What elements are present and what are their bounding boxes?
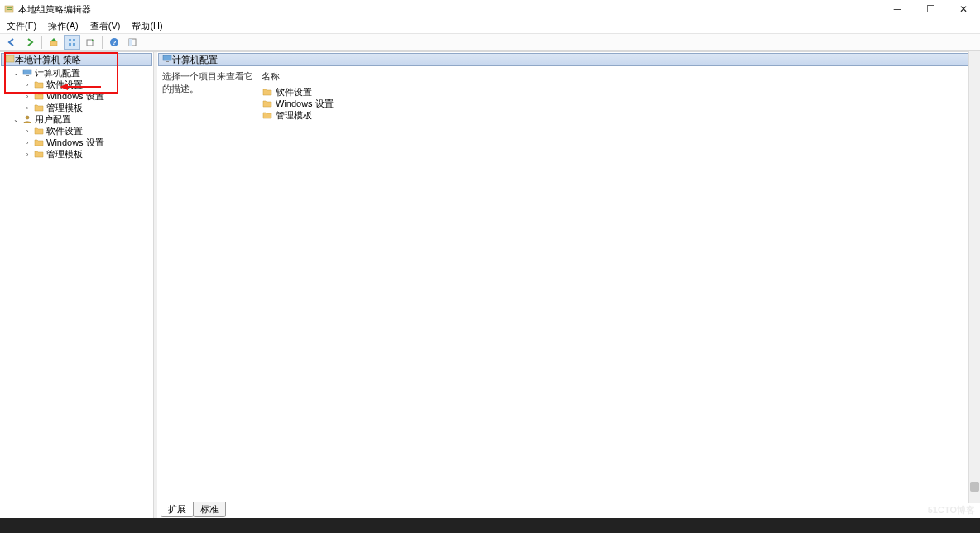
svg-rect-8 xyxy=(73,43,75,46)
expand-icon[interactable]: › xyxy=(23,151,31,158)
svg-rect-9 xyxy=(87,40,93,46)
expand-icon[interactable]: › xyxy=(23,139,31,146)
folder-icon xyxy=(262,87,273,97)
scrollbar-vertical[interactable] xyxy=(968,51,980,503)
list-item-windows[interactable]: Windows 设置 xyxy=(262,98,975,109)
toolbar-help-button[interactable]: ? xyxy=(106,35,122,50)
minimize-button[interactable]: ─ xyxy=(881,0,914,18)
menu-file[interactable]: 文件(F) xyxy=(3,19,40,33)
toolbar-properties-button[interactable] xyxy=(64,35,80,50)
watermark: 51CTO博客 xyxy=(928,504,975,516)
svg-rect-7 xyxy=(69,43,71,46)
toolbar-back-button[interactable] xyxy=(3,35,20,50)
svg-rect-3 xyxy=(50,41,57,46)
list-column-header[interactable]: 名称 xyxy=(262,70,975,83)
toolbar-export-button[interactable] xyxy=(82,35,98,50)
detail-body: 选择一个项目来查看它的描述。 名称 软件设置 Windows 设置 管理模板 xyxy=(157,67,980,502)
titlebar: 本地组策略编辑器 xyxy=(0,0,980,18)
svg-rect-5 xyxy=(69,39,71,41)
svg-rect-2 xyxy=(7,9,12,10)
svg-rect-6 xyxy=(73,39,75,41)
tree-item-label: 计算机配置 xyxy=(35,67,80,79)
list-item-label: 管理模板 xyxy=(276,109,312,122)
main-pane: 计算机配置 选择一个项目来查看它的描述。 名称 软件设置 Windows 设置 … xyxy=(157,52,980,518)
svg-rect-16 xyxy=(23,70,31,74)
tree-user-config[interactable]: ⌄ 用户配置 xyxy=(0,113,153,125)
folder-icon xyxy=(33,137,45,147)
tree-pane[interactable]: 本地计算机 策略 ⌄ 计算机配置 › 软件设置 › Windows 设置 › 管… xyxy=(0,52,154,518)
tree-item-label: 软件设置 xyxy=(46,79,83,91)
menu-help[interactable]: 帮助(H) xyxy=(128,19,166,33)
toolbar-show-hide-button[interactable] xyxy=(124,35,141,50)
tree-computer-software[interactable]: › 软件设置 xyxy=(0,79,153,90)
app-icon xyxy=(3,3,15,15)
tree-item-label: 管理模板 xyxy=(46,148,83,161)
tree-computer-config[interactable]: ⌄ 计算机配置 xyxy=(0,67,153,79)
svg-marker-10 xyxy=(92,39,94,41)
taskbar[interactable] xyxy=(0,518,980,533)
description-text: 选择一个项目来查看它的描述。 xyxy=(162,71,253,94)
expand-icon[interactable]: ⌄ xyxy=(12,116,20,123)
svg-rect-20 xyxy=(166,61,169,62)
folder-icon xyxy=(262,110,273,120)
tree-item-label: 管理模板 xyxy=(46,102,83,114)
description-column: 选择一个项目来查看它的描述。 xyxy=(162,70,262,498)
expand-icon[interactable]: › xyxy=(23,104,31,112)
list-item-software[interactable]: 软件设置 xyxy=(262,86,975,98)
menu-view[interactable]: 查看(V) xyxy=(87,19,124,33)
svg-rect-15 xyxy=(6,55,14,62)
folder-icon xyxy=(33,126,45,136)
user-icon xyxy=(22,114,33,124)
workspace: 本地计算机 策略 ⌄ 计算机配置 › 软件设置 › Windows 设置 › 管… xyxy=(0,51,980,518)
list-item-templates[interactable]: 管理模板 xyxy=(262,109,975,121)
expand-icon[interactable]: › xyxy=(23,81,31,89)
tree-item-label: Windows 设置 xyxy=(46,90,104,103)
svg-rect-14 xyxy=(129,39,132,46)
tree-user-software[interactable]: › 软件设置 xyxy=(0,125,153,137)
tree-computer-windows[interactable]: › Windows 设置 xyxy=(0,90,153,102)
policy-icon xyxy=(5,54,15,65)
maximize-button[interactable]: ☐ xyxy=(914,0,947,18)
tree-item-label: 软件设置 xyxy=(46,125,83,137)
svg-rect-1 xyxy=(7,7,12,8)
list-item-label: 软件设置 xyxy=(276,86,312,98)
list-column: 名称 软件设置 Windows 设置 管理模板 xyxy=(262,70,975,498)
tree-root-label: 本地计算机 策略 xyxy=(15,54,81,66)
list-item-label: Windows 设置 xyxy=(276,98,334,110)
tree-computer-templates[interactable]: › 管理模板 xyxy=(0,102,153,113)
folder-icon xyxy=(33,91,45,101)
folder-icon xyxy=(33,149,45,159)
scrollbar-thumb[interactable] xyxy=(970,482,979,492)
window-title: 本地组策略编辑器 xyxy=(18,3,91,16)
expand-icon[interactable]: › xyxy=(23,127,31,135)
folder-icon xyxy=(33,103,45,113)
toolbar: ? xyxy=(0,33,980,51)
tree-user-windows[interactable]: › Windows 设置 xyxy=(0,137,153,148)
menubar: 文件(F) 操作(A) 查看(V) 帮助(H) xyxy=(0,18,980,33)
svg-rect-17 xyxy=(26,75,29,76)
computer-icon xyxy=(22,68,33,78)
svg-text:?: ? xyxy=(113,39,117,46)
tab-standard[interactable]: 标准 xyxy=(193,502,226,517)
toolbar-up-button[interactable] xyxy=(46,35,62,50)
tree-user-templates[interactable]: › 管理模板 xyxy=(0,148,153,160)
computer-icon xyxy=(162,55,172,65)
tree-root[interactable]: 本地计算机 策略 xyxy=(1,53,152,66)
detail-header-label: 计算机配置 xyxy=(172,54,218,66)
tab-extended[interactable]: 扩展 xyxy=(161,502,194,517)
menu-action[interactable]: 操作(A) xyxy=(45,19,82,33)
svg-point-18 xyxy=(26,116,29,119)
folder-icon xyxy=(33,79,45,89)
tree-item-label: 用户配置 xyxy=(35,113,71,126)
svg-marker-4 xyxy=(51,38,56,41)
toolbar-separator xyxy=(41,36,42,49)
close-button[interactable]: ✕ xyxy=(947,0,980,18)
tree-item-label: Windows 设置 xyxy=(46,137,104,149)
detail-tabs: 扩展 标准 xyxy=(157,502,980,518)
toolbar-forward-button[interactable] xyxy=(22,35,38,50)
expand-icon[interactable]: › xyxy=(23,93,31,100)
svg-rect-19 xyxy=(163,55,171,60)
detail-header: 计算机配置 xyxy=(158,53,979,66)
expand-icon[interactable]: ⌄ xyxy=(12,70,20,77)
toolbar-separator xyxy=(102,36,103,49)
